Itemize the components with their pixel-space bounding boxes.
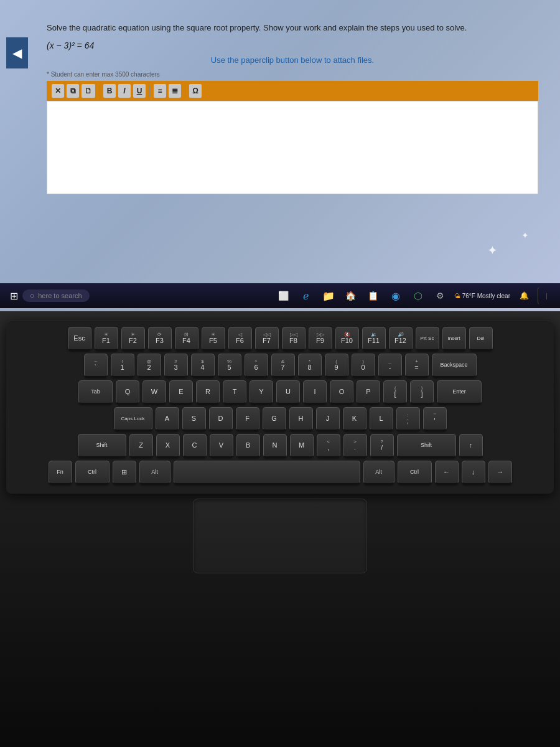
key-f2[interactable]: ☀F2 (121, 327, 145, 350)
key-f[interactable]: F (236, 407, 259, 431)
key-o[interactable]: O (330, 380, 353, 404)
edge-icon[interactable]: ℯ (297, 287, 315, 304)
toolbar-omega[interactable]: Ω (189, 84, 202, 98)
toolbar-underline[interactable]: U (133, 84, 146, 98)
start-button[interactable]: ⊞ (5, 287, 22, 304)
key-n[interactable]: N (263, 434, 287, 458)
key-arrow-right[interactable]: → (488, 461, 512, 484)
key-alt-right[interactable]: Alt (363, 461, 394, 484)
key-rbracket[interactable]: }] (410, 380, 434, 404)
key-y[interactable]: Y (250, 380, 273, 404)
key-f12[interactable]: 🔊F12 (389, 327, 413, 350)
gear-icon[interactable]: ⚙ (432, 287, 449, 304)
key-l[interactable]: L (370, 407, 393, 431)
key-f9[interactable]: ▷▷F9 (309, 327, 332, 350)
key-t[interactable]: T (223, 380, 246, 404)
key-1[interactable]: !1 (111, 354, 134, 377)
show-desktop-icon[interactable]: | (538, 287, 555, 304)
key-4[interactable]: $4 (191, 354, 215, 377)
key-a[interactable]: A (156, 407, 179, 431)
key-period[interactable]: >. (343, 434, 367, 458)
search-box[interactable]: ○ here to search (22, 289, 90, 302)
key-x[interactable]: X (156, 434, 180, 458)
key-ctrl-right[interactable]: Ctrl (398, 461, 432, 484)
key-e[interactable]: E (169, 380, 193, 404)
key-f1[interactable]: ☀F1 (95, 327, 118, 350)
key-comma[interactable]: <, (317, 434, 340, 458)
key-delete-fn[interactable]: Del (469, 327, 493, 350)
key-u[interactable]: U (276, 380, 300, 404)
key-shift-right[interactable]: Shift (397, 434, 456, 458)
toolbar-bold[interactable]: B (103, 84, 116, 98)
key-quote[interactable]: "' (423, 407, 447, 431)
key-semicolon[interactable]: :; (396, 407, 420, 431)
toolbar-list1[interactable]: ≡ (154, 84, 166, 98)
key-6[interactable]: ^6 (245, 354, 268, 377)
key-alt-left[interactable]: Alt (139, 461, 170, 484)
key-arrow-down[interactable]: ↓ (462, 461, 485, 484)
key-f4[interactable]: ⊡F4 (175, 327, 198, 350)
key-space[interactable] (174, 461, 360, 484)
key-d[interactable]: D (209, 407, 233, 431)
toolbar-copy[interactable]: ⧉ (67, 84, 79, 98)
key-f3[interactable]: ⟳F3 (148, 327, 172, 350)
key-shift-left[interactable]: Shift (78, 434, 126, 458)
key-z[interactable]: Z (129, 434, 153, 458)
key-c[interactable]: C (183, 434, 207, 458)
key-equals[interactable]: += (405, 354, 429, 377)
key-f6[interactable]: ◁F6 (228, 327, 252, 350)
key-7[interactable]: &7 (271, 354, 295, 377)
key-g[interactable]: G (263, 407, 286, 431)
key-w[interactable]: W (142, 380, 166, 404)
key-arrow-up[interactable]: ↑ (459, 434, 483, 458)
key-fn-left[interactable]: Fn (49, 461, 72, 484)
calendar-icon[interactable]: 📋 (365, 287, 382, 304)
key-h[interactable]: H (289, 407, 313, 431)
toolbar-italic[interactable]: I (118, 84, 131, 98)
key-9[interactable]: (9 (325, 354, 348, 377)
key-0[interactable]: )0 (352, 354, 375, 377)
key-arrow-left[interactable]: ← (435, 461, 459, 484)
key-s[interactable]: S (182, 407, 206, 431)
key-backspace[interactable]: Backspace (432, 354, 477, 377)
key-ctrl-left[interactable]: Ctrl (75, 461, 110, 484)
key-v[interactable]: V (210, 434, 233, 458)
key-m[interactable]: M (290, 434, 314, 458)
key-prtsc[interactable]: Prt Sc (416, 327, 439, 350)
folder-icon[interactable]: 📁 (320, 287, 337, 304)
key-i[interactable]: I (303, 380, 327, 404)
key-5[interactable]: %5 (218, 354, 241, 377)
key-r[interactable]: R (196, 380, 220, 404)
key-q[interactable]: Q (116, 380, 139, 404)
task-view-icon[interactable]: ⬜ (275, 287, 292, 304)
key-8[interactable]: *8 (298, 354, 322, 377)
key-capslock[interactable]: Caps Lock (114, 407, 152, 431)
key-b[interactable]: B (236, 434, 260, 458)
toolbar-cut[interactable]: ✕ (52, 84, 64, 98)
eye-circle-icon[interactable]: ◉ (387, 287, 404, 304)
key-3[interactable]: #3 (164, 354, 188, 377)
key-f11[interactable]: 🔉F11 (362, 327, 386, 350)
text-editor-area[interactable] (47, 101, 538, 194)
key-f5[interactable]: ☀F5 (202, 327, 225, 350)
apps-icon[interactable]: ⬡ (409, 287, 427, 304)
key-p[interactable]: P (357, 380, 380, 404)
key-tab[interactable]: Tab (78, 380, 113, 404)
key-k[interactable]: K (343, 407, 366, 431)
key-insert[interactable]: Insert (442, 327, 466, 350)
notification-icon[interactable]: 🔔 (515, 287, 533, 304)
key-backtick[interactable]: ~` (84, 354, 108, 377)
key-f8[interactable]: ▷◁F8 (282, 327, 306, 350)
toolbar-list2[interactable]: ≣ (169, 84, 181, 98)
key-enter[interactable]: Enter (437, 380, 482, 404)
key-2[interactable]: @2 (138, 354, 161, 377)
key-lbracket[interactable]: {[ (383, 380, 407, 404)
key-esc[interactable]: Esc (68, 327, 91, 350)
back-button[interactable]: ◀ (6, 37, 28, 68)
key-f10[interactable]: 🔇F10 (335, 327, 359, 350)
key-win[interactable]: ⊞ (113, 461, 136, 484)
key-j[interactable]: J (316, 407, 340, 431)
key-f7[interactable]: ◁◁F7 (255, 327, 279, 350)
touchpad[interactable] (193, 499, 367, 573)
key-minus[interactable]: _- (378, 354, 402, 377)
